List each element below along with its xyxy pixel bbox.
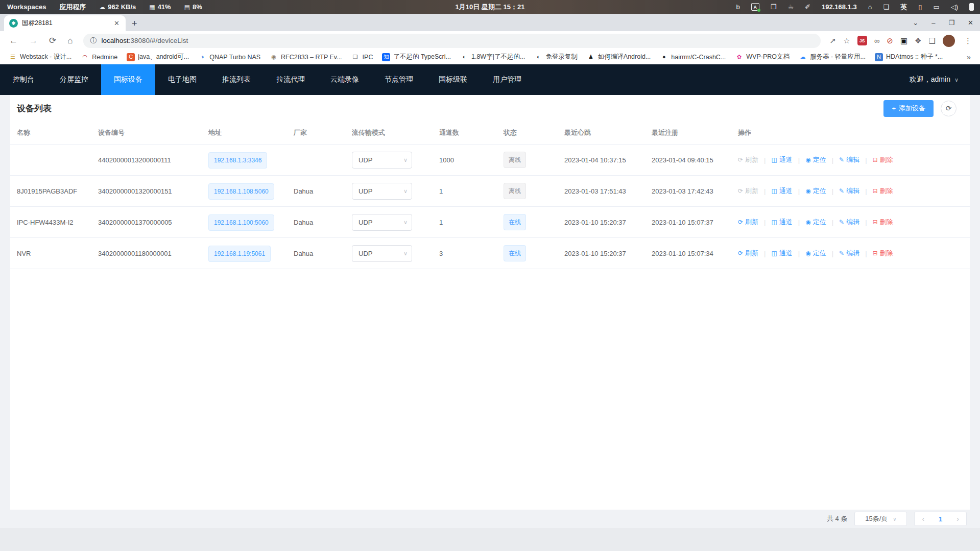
delete-button[interactable]: ⊟删除 [873, 155, 893, 164]
translate-tray-icon[interactable]: A [751, 3, 759, 11]
bookmark-item[interactable]: ☁ 服务器 - 轻量应用... [795, 51, 869, 63]
window-minimize-icon[interactable]: – [925, 14, 942, 31]
profile-avatar[interactable] [943, 35, 955, 47]
window-close-icon[interactable]: ✕ [961, 14, 980, 31]
screenshot-extension-icon[interactable]: ▣ [900, 36, 907, 45]
nav-item[interactable]: 国标级联 [426, 64, 480, 95]
clipboard-tray-icon[interactable]: ❐ [771, 3, 777, 11]
nav-item[interactable]: 节点管理 [372, 64, 426, 95]
nav-item[interactable]: 国标设备 [101, 64, 155, 95]
channels-button[interactable]: ◫通道 [771, 249, 792, 258]
locate-button[interactable]: ◉定位 [805, 249, 826, 258]
edit-button[interactable]: ✎编辑 [839, 186, 859, 196]
reader-extension-icon[interactable]: ∞ [874, 36, 880, 45]
browser-tab[interactable]: ✱ 国标28181 ✕ [4, 15, 126, 31]
nav-item[interactable]: 拉流代理 [264, 64, 318, 95]
home-tray-icon[interactable]: ⌂ [868, 3, 872, 11]
home-icon[interactable]: ⌂ [63, 36, 77, 46]
reload-icon[interactable]: ⟳ [45, 35, 60, 46]
sidebar-extension-icon[interactable]: ❑ [929, 36, 936, 45]
bookmark-item[interactable]: ✿ WVP-PRO文档 [731, 51, 793, 63]
locate-button[interactable]: ◉定位 [805, 218, 826, 227]
locate-button[interactable]: ◉定位 [805, 186, 826, 196]
delete-button[interactable]: ⊟删除 [873, 249, 893, 258]
js-extension-icon[interactable]: JS [857, 36, 867, 45]
new-tab-button[interactable]: + [126, 18, 144, 31]
stream-mode-select[interactable]: UDP ∨ [352, 183, 412, 200]
prev-page-button[interactable]: ‹ [915, 515, 931, 523]
address-tag: 192.168.1.19:5061 [208, 246, 271, 262]
display-icon[interactable]: ▭ [933, 3, 939, 11]
window-restore-icon[interactable]: ❐ [942, 14, 961, 31]
refresh-device-button[interactable]: ⟳刷新 [738, 155, 758, 164]
nav-item[interactable]: 云端录像 [318, 64, 372, 95]
trash-icon: ⊟ [873, 219, 878, 226]
nav-item[interactable]: 推流列表 [209, 64, 264, 95]
workspaces-button[interactable]: Workspaces [7, 3, 46, 11]
page-size-select[interactable]: 15条/页 ∨ [854, 512, 907, 526]
ip-address-indicator[interactable]: 192.168.1.3 [822, 3, 857, 11]
adblock-extension-icon[interactable]: ⊘ [887, 36, 893, 45]
bookmark-item[interactable]: ◑ QNAP Turbo NAS [195, 52, 264, 63]
nav-item[interactable]: 控制台 [0, 64, 47, 95]
phone-link-icon[interactable]: ▯ [918, 3, 922, 11]
plus-icon: + [892, 105, 896, 112]
bookmarks-overflow-icon[interactable]: » [963, 53, 975, 61]
bing-tray-icon[interactable]: b [736, 3, 740, 11]
col-header-name: 名称 [17, 128, 98, 137]
divider: | [764, 250, 766, 257]
next-page-button[interactable]: › [949, 515, 966, 523]
bookmark-item[interactable]: C java、android可... [123, 51, 193, 63]
applications-menu[interactable]: 应用程序 [59, 3, 86, 12]
bookmark-item[interactable]: ❏ IPC [348, 52, 377, 63]
refresh-device-button[interactable]: ⟳刷新 [738, 186, 758, 196]
back-icon[interactable]: ← [5, 36, 22, 46]
stream-mode-select[interactable]: UDP ∨ [352, 245, 412, 262]
bookmark-item[interactable]: ◐ 免登录复制 [531, 51, 581, 63]
bookmark-item[interactable]: ☰ Webstack - 设计... [5, 51, 75, 63]
site-info-icon[interactable]: ⓘ [90, 36, 97, 45]
tab-search-icon[interactable]: ⌄ [906, 14, 925, 31]
current-page-button[interactable]: 1 [931, 515, 949, 523]
bookmark-item[interactable]: ● hairrrrr/C-CrashC... [656, 52, 729, 63]
refresh-list-button[interactable]: ⟳ [941, 101, 957, 116]
edit-button[interactable]: ✎编辑 [839, 218, 859, 227]
bookmark-item[interactable]: ◉ RFC2833 – RTP Ev... [266, 52, 346, 63]
web-page: 控制台 分屏监控 国标设备 电子地图 推流列表 拉流代理 云端录像 节点管理 国… [0, 64, 980, 551]
stream-mode-select[interactable]: UDP ∨ [352, 152, 412, 169]
delete-button[interactable]: ⊟删除 [873, 186, 893, 196]
bookmark-item[interactable]: ◠ Redmine [77, 52, 121, 63]
workspace-switcher-icon[interactable]: ❏ [883, 3, 890, 11]
battery-icon[interactable] [969, 3, 974, 11]
stream-mode-select[interactable]: UDP ∨ [352, 214, 412, 231]
user-menu[interactable]: 欢迎，admin ∨ [910, 64, 980, 95]
add-device-button[interactable]: + 添加设备 [883, 100, 934, 117]
volume-icon[interactable]: ◁) [951, 3, 958, 11]
address-bar[interactable]: ⓘ localhost:38080/#/deviceList [83, 34, 821, 48]
nav-item[interactable]: 用户管理 [480, 64, 534, 95]
share-icon[interactable]: ↗ [830, 36, 836, 45]
nav-item[interactable]: 电子地图 [155, 64, 209, 95]
channels-button[interactable]: ◫通道 [771, 155, 792, 164]
bookmark-item[interactable]: ♟ 如何编译Android... [583, 51, 655, 63]
bookmark-item[interactable]: N HDAtmos :: 种子 *... [871, 51, 946, 63]
browser-menu-icon[interactable]: ⋮ [961, 36, 975, 45]
channels-button[interactable]: ◫通道 [771, 218, 792, 227]
refresh-device-button[interactable]: ⟳刷新 [738, 249, 758, 258]
bookmark-item[interactable]: 知 了不起的 TypeScri... [378, 51, 455, 63]
bookmark-star-icon[interactable]: ☆ [843, 36, 850, 45]
edit-button[interactable]: ✎编辑 [839, 249, 859, 258]
color-picker-tray-icon[interactable]: ✐ [805, 3, 810, 11]
nav-item[interactable]: 分屏监控 [47, 64, 101, 95]
tab-close-icon[interactable]: ✕ [112, 19, 122, 27]
edit-button[interactable]: ✎编辑 [839, 155, 859, 164]
bookmark-item[interactable]: ◐ 1.8W字|了不起的... [457, 51, 529, 63]
locate-button[interactable]: ◉定位 [805, 155, 826, 164]
refresh-device-button[interactable]: ⟳刷新 [738, 218, 758, 227]
input-method-indicator[interactable]: 英 [900, 3, 907, 12]
channels-button[interactable]: ◫通道 [771, 186, 792, 196]
forward-icon[interactable]: → [25, 36, 42, 46]
coffee-tray-icon[interactable]: ☕ [787, 3, 794, 11]
extensions-puzzle-icon[interactable]: ❖ [915, 36, 921, 45]
delete-button[interactable]: ⊟删除 [873, 218, 893, 227]
